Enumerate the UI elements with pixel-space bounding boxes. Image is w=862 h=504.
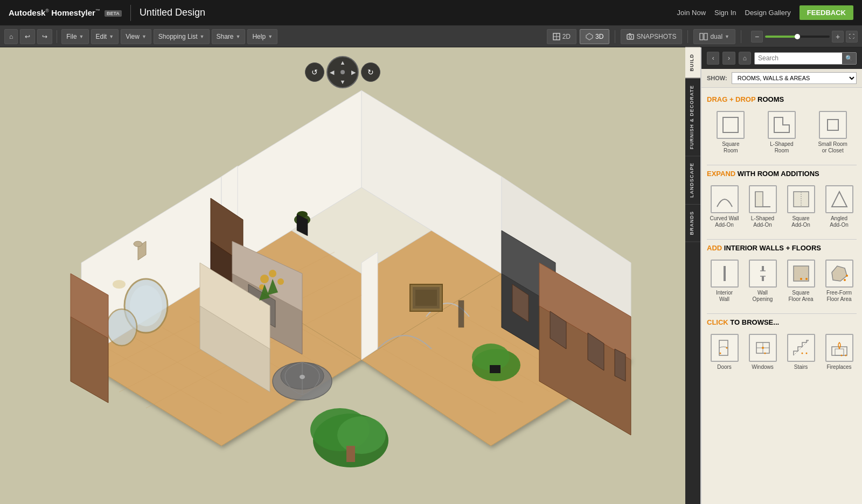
l-shaped-addon-item[interactable]: L-ShapedAdd-On — [745, 183, 780, 230]
file-menu[interactable]: File ▼ — [61, 29, 88, 44]
help-label: Help — [252, 33, 266, 40]
square-addon-label: SquareAdd-On — [791, 215, 810, 228]
doors-item[interactable]: Doors — [707, 332, 742, 373]
expand-section-header: EXPAND WITH ROOM ADDITIONS — [707, 170, 857, 178]
build-tab[interactable]: BUILD — [685, 47, 700, 79]
snapshots-button[interactable]: SNAPSHOTS — [621, 29, 682, 44]
fireplaces-item[interactable]: Fireplaces — [822, 332, 857, 373]
fireplaces-label: Fireplaces — [826, 364, 851, 370]
curved-wall-item[interactable]: Curved WallAdd-On — [707, 183, 742, 230]
undo-icon: ↩ — [25, 33, 30, 40]
square-floor-item[interactable]: SquareFloor Area — [783, 257, 818, 305]
square-addon-item[interactable]: SquareAdd-On — [783, 183, 818, 230]
view-menu[interactable]: View ▼ — [121, 29, 151, 44]
angled-addon-item[interactable]: AngledAdd-On — [822, 183, 857, 230]
svg-rect-112 — [835, 349, 844, 355]
svg-rect-71 — [346, 446, 355, 462]
view-3d-icon — [586, 33, 593, 40]
windows-item[interactable]: Windows — [745, 332, 780, 373]
l-shaped-room-item[interactable]: L-ShapedRoom — [758, 109, 806, 156]
redo-button[interactable]: ↪ — [37, 29, 52, 44]
furnish-decorate-tab[interactable]: FURNISH & DECORATE — [685, 79, 700, 156]
show-label: SHOW: — [707, 75, 727, 81]
top-right-nav: Join Now Sign In Design Gallery FEEDBACK — [677, 5, 853, 20]
feedback-button[interactable]: FEEDBACK — [800, 5, 853, 20]
wall-opening-item[interactable]: WallOpening — [745, 257, 780, 305]
view-2d-button[interactable]: 2D — [547, 29, 576, 44]
wall-opening-label: WallOpening — [753, 290, 773, 303]
svg-rect-81 — [458, 300, 464, 327]
view-controls: 2D 3D SNAPSHOTS dual ▼ — [547, 29, 858, 44]
share-menu[interactable]: Share ▼ — [212, 29, 246, 44]
interior-wall-item[interactable]: InteriorWall — [707, 257, 742, 305]
show-dropdown[interactable]: ROOMS, WALLS & AREAS FLOOR PLAN 3D VIEW — [732, 72, 857, 84]
sidebar-search-input[interactable] — [755, 53, 842, 64]
undo-button[interactable]: ↩ — [20, 29, 35, 44]
zoom-plus-button[interactable]: + — [832, 31, 844, 43]
zoom-minus-button[interactable]: − — [751, 31, 763, 43]
square-floor-icon — [787, 260, 815, 288]
separator-3 — [687, 30, 688, 43]
zoom-expand-button[interactable]: ⛶ — [846, 31, 858, 43]
wall-opening-icon — [749, 260, 777, 288]
redo-icon: ↪ — [42, 33, 47, 40]
view-3d-button[interactable]: 3D — [580, 29, 609, 44]
drag-drop-keyword: DRAG + DROP — [707, 95, 755, 103]
l-shaped-room-label: L-ShapedRoom — [770, 141, 793, 154]
landscape-tab[interactable]: LANDSCAPE — [685, 156, 700, 205]
zoom-slider-fill — [765, 36, 797, 38]
edit-menu[interactable]: Edit ▼ — [91, 29, 119, 44]
stairs-svg — [791, 338, 811, 358]
design-gallery-link[interactable]: Design Gallery — [745, 9, 791, 17]
floor-plan-svg — [0, 47, 685, 504]
file-arrow: ▼ — [79, 34, 84, 39]
interior-wall-label: InteriorWall — [716, 290, 733, 303]
viewport[interactable]: ↺ ▲ ▼ ◀ ▶ ↻ — [0, 47, 685, 504]
top-bar: Autodesk® Homestyler™ BETA Untitled Desi… — [0, 0, 862, 26]
separator-1 — [57, 30, 57, 43]
join-now-link[interactable]: Join Now — [677, 9, 706, 17]
snapshots-label: SNAPSHOTS — [636, 33, 676, 40]
svg-point-99 — [846, 275, 848, 277]
svg-point-58 — [300, 375, 305, 379]
freeform-floor-svg — [830, 264, 849, 283]
view-2d-icon — [553, 33, 560, 40]
walls-floors-section-header: ADD INTERIOR WALLS + FLOORS — [707, 244, 857, 252]
home-button[interactable]: ⌂ — [4, 29, 18, 44]
sidebar-forward-button[interactable]: › — [722, 52, 735, 65]
home-icon: ⌂ — [9, 33, 13, 40]
svg-marker-54 — [615, 349, 625, 381]
rooms-grid: SquareRoom L-ShapedRoom — [707, 109, 857, 156]
section-divider-3 — [707, 313, 857, 314]
expand-text: WITH ROOM ADDITIONS — [738, 170, 819, 178]
right-sidebar: ‹ › ⌂ 🔍 SHOW: ROOMS, WALLS & AREAS FLOOR… — [700, 47, 862, 504]
svg-point-106 — [762, 347, 764, 349]
view-label: View — [126, 33, 140, 40]
square-room-item[interactable]: SquareRoom — [707, 109, 755, 156]
help-menu[interactable]: Help ▼ — [247, 29, 277, 44]
shopping-arrow: ▼ — [200, 34, 205, 39]
stairs-item[interactable]: Stairs — [783, 332, 818, 373]
svg-marker-83 — [774, 117, 789, 132]
sidebar-home-button[interactable]: ⌂ — [739, 52, 751, 65]
square-floor-svg — [791, 264, 811, 283]
sidebar-back-button[interactable]: ‹ — [707, 52, 719, 65]
freeform-floor-item[interactable]: Free-FormFloor Area — [822, 257, 857, 305]
walls-floors-grid: InteriorWall WallOpening — [707, 257, 857, 305]
dual-icon — [699, 33, 708, 40]
svg-marker-97 — [832, 266, 847, 281]
square-addon-icon — [787, 185, 815, 213]
small-room-item[interactable]: Small Roomor Closet — [809, 109, 857, 156]
expand-keyword: EXPAND — [707, 170, 735, 178]
zoom-slider-track[interactable] — [765, 36, 830, 38]
sidebar-search-button[interactable]: 🔍 — [842, 53, 856, 64]
interior-wall-svg — [715, 264, 734, 283]
brands-tab[interactable]: BRANDS — [685, 205, 700, 242]
shopping-list-menu[interactable]: Shopping List ▼ — [154, 29, 210, 44]
view-arrow: ▼ — [142, 34, 147, 39]
zoom-slider-thumb[interactable] — [795, 34, 800, 39]
sign-in-link[interactable]: Sign In — [714, 9, 736, 17]
section-divider-2 — [707, 239, 857, 240]
fireplaces-icon — [825, 334, 853, 362]
dual-button[interactable]: dual ▼ — [693, 29, 735, 44]
